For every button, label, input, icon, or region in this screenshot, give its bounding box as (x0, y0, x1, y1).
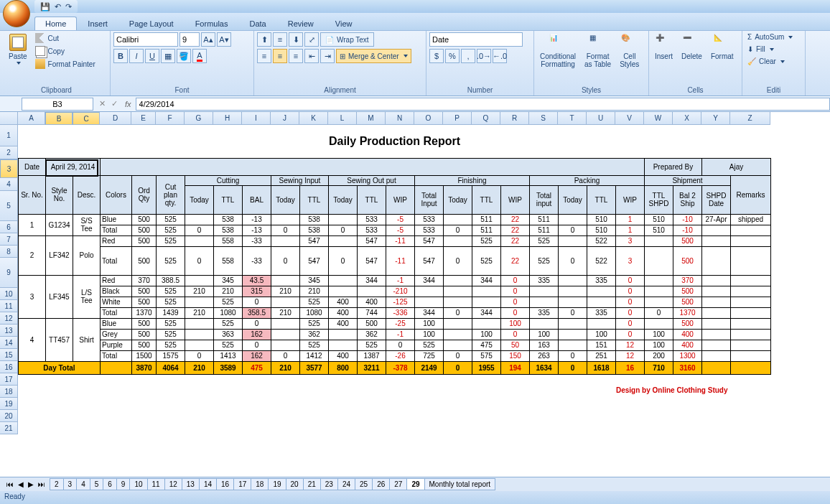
prev-sheet-icon[interactable]: ◀ (16, 480, 26, 488)
format-cells-button[interactable]: 📐Format (708, 32, 737, 85)
col-header-R[interactable]: R (500, 112, 529, 125)
col-header-N[interactable]: N (386, 112, 414, 125)
formula-input[interactable] (136, 98, 830, 111)
row-header-5[interactable]: 5 (0, 191, 18, 221)
cut-button[interactable]: Cut (33, 32, 98, 44)
sheet-tab[interactable]: 13 (182, 478, 200, 490)
sheet-tab[interactable]: 4 (76, 478, 90, 490)
font-name-select[interactable] (113, 32, 178, 47)
sheet-tab[interactable]: 14 (199, 478, 217, 490)
row-header-20[interactable]: 20 (0, 410, 18, 422)
col-header-M[interactable]: M (357, 112, 386, 125)
col-header-K[interactable]: K (299, 112, 328, 125)
row-header-15[interactable]: 15 (0, 349, 18, 361)
col-header-V[interactable]: V (615, 112, 644, 125)
sheet-tab[interactable]: 10 (129, 478, 147, 490)
align-right-button[interactable]: ≡ (289, 49, 303, 63)
row-header-14[interactable]: 14 (0, 337, 18, 349)
col-header-B[interactable]: B (45, 112, 73, 125)
tab-view[interactable]: View (325, 17, 363, 30)
row-header-3[interactable]: 3 (0, 159, 18, 178)
format-as-table-button[interactable]: ▦Format as Table (582, 32, 614, 85)
row-header-12[interactable]: 12 (0, 312, 18, 325)
align-center-button[interactable]: ≡ (273, 49, 287, 63)
decrease-decimal-button[interactable]: ←.0 (493, 49, 507, 63)
row-header-4[interactable]: 4 (0, 178, 18, 191)
sheet-tab[interactable]: 29 (406, 478, 424, 490)
sheet-tab[interactable]: Monthly total report (424, 478, 496, 490)
sheet-tab[interactable]: 6 (103, 478, 117, 490)
fx-icon[interactable]: fx (121, 100, 136, 108)
save-icon[interactable]: 💾 (40, 2, 50, 11)
cell-styles-button[interactable]: 🎨Cell Styles (617, 32, 642, 85)
merge-center-button[interactable]: ⊞ Merge & Center (336, 49, 411, 63)
first-sheet-icon[interactable]: ⏮ (4, 480, 16, 488)
row-header-10[interactable]: 10 (0, 288, 18, 300)
col-header-H[interactable]: H (213, 112, 242, 125)
row-header-16[interactable]: 16 (0, 361, 18, 373)
col-header-A[interactable]: A (18, 112, 45, 125)
sheet-tab[interactable]: 9 (116, 478, 131, 490)
worksheet-grid[interactable]: ABCDEFGHIJKLMNOPQRSTUVWXYZ 1234567891011… (0, 112, 830, 477)
col-header-D[interactable]: D (100, 112, 131, 125)
select-all-corner[interactable] (0, 112, 18, 125)
align-middle-button[interactable]: ≡ (273, 32, 287, 47)
row-header-7[interactable]: 7 (0, 233, 18, 246)
delete-cells-button[interactable]: ➖Delete (679, 32, 705, 85)
align-bottom-button[interactable]: ⬇ (289, 32, 303, 47)
sheet-tab[interactable]: 26 (372, 478, 390, 490)
tab-formulas[interactable]: Formulas (185, 17, 239, 30)
comma-button[interactable]: , (461, 49, 475, 63)
col-header-Z[interactable]: Z (730, 112, 770, 125)
sheet-tab[interactable]: 19 (268, 478, 286, 490)
italic-button[interactable]: I (129, 49, 144, 63)
sheet-tab[interactable]: 20 (286, 478, 304, 490)
sheet-tab[interactable]: 5 (90, 478, 104, 490)
row-header-21[interactable]: 21 (0, 422, 18, 434)
sheet-tab[interactable]: 25 (355, 478, 373, 490)
autosum-button[interactable]: Σ AutoSum (745, 32, 802, 42)
underline-button[interactable]: U (145, 49, 159, 63)
orientation-button[interactable]: ⤢ (304, 32, 319, 47)
sheet-tab[interactable]: 16 (216, 478, 234, 490)
col-header-P[interactable]: P (443, 112, 472, 125)
sheet-tab[interactable]: 12 (164, 478, 182, 490)
col-header-U[interactable]: U (587, 112, 615, 125)
increase-decimal-button[interactable]: .0→ (477, 49, 491, 63)
col-header-O[interactable]: O (414, 112, 443, 125)
row-header-8[interactable]: 8 (0, 246, 18, 258)
col-header-F[interactable]: F (156, 112, 185, 125)
row-header-1[interactable]: 1 (0, 125, 18, 146)
row-header-6[interactable]: 6 (0, 221, 18, 233)
redo-icon[interactable]: ↷ (65, 2, 72, 11)
row-header-9[interactable]: 9 (0, 258, 18, 288)
sheet-tab[interactable]: 11 (147, 478, 165, 490)
sheet-tab[interactable]: 3 (63, 478, 78, 490)
row-header-17[interactable]: 17 (0, 373, 18, 386)
tab-review[interactable]: Review (277, 17, 325, 30)
cancel-fx-icon[interactable]: ✕ (96, 99, 108, 108)
col-header-S[interactable]: S (529, 112, 558, 125)
clear-button[interactable]: 🧹 Clear (745, 57, 802, 66)
conditional-formatting-button[interactable]: 📊Conditional Formatting (537, 32, 579, 85)
border-button[interactable]: ▦ (161, 49, 175, 63)
col-header-Q[interactable]: Q (472, 112, 500, 125)
grow-font-button[interactable]: A▴ (201, 32, 215, 47)
sheet-tab[interactable]: 2 (50, 478, 64, 490)
col-header-W[interactable]: W (644, 112, 673, 125)
number-format-select[interactable] (429, 32, 523, 47)
col-header-X[interactable]: X (673, 112, 701, 125)
row-header-2[interactable]: 2 (0, 146, 18, 159)
currency-button[interactable]: $ (429, 49, 444, 63)
name-box[interactable] (22, 98, 93, 111)
font-size-select[interactable] (179, 32, 200, 47)
col-header-J[interactable]: J (271, 112, 299, 125)
format-painter-button[interactable]: Format Painter (33, 58, 98, 70)
align-left-button[interactable]: ≡ (257, 49, 271, 63)
align-top-button[interactable]: ⬆ (257, 32, 271, 47)
col-header-Y[interactable]: Y (701, 112, 730, 125)
col-header-I[interactable]: I (242, 112, 271, 125)
percent-button[interactable]: % (445, 49, 460, 63)
fill-color-button[interactable]: 🪣 (177, 49, 191, 63)
tab-page-layout[interactable]: Page Layout (118, 17, 185, 30)
